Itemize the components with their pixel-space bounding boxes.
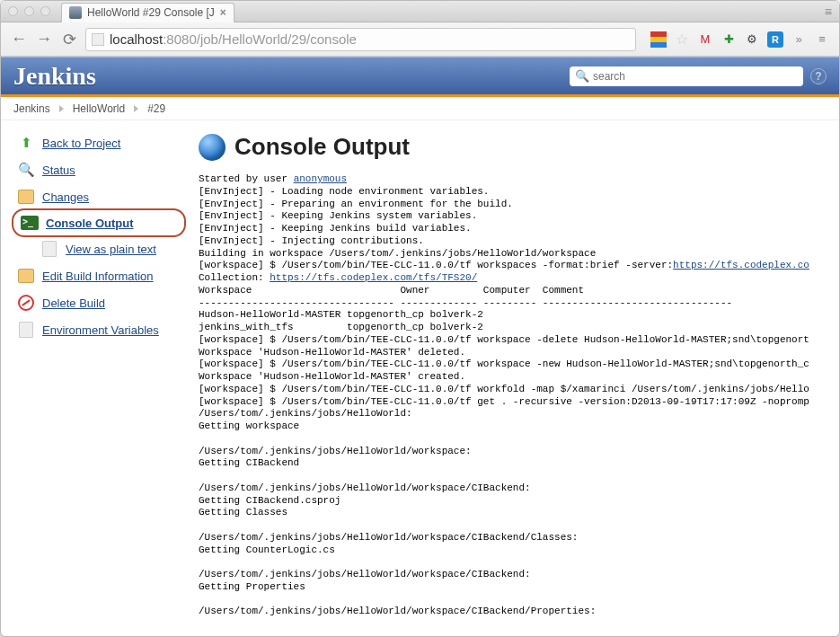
reload-button[interactable]: ⟳ (60, 30, 78, 49)
build-status-ball-icon (199, 134, 225, 161)
sidebar-label[interactable]: Delete Build (42, 296, 105, 310)
notes-icon (18, 269, 34, 283)
page-heading: Console Output (234, 133, 410, 161)
sidebar-label[interactable]: View as plain text (66, 243, 156, 256)
address-path: :8080/job/HelloWorld/29/console (163, 31, 357, 47)
sidebar-item-status[interactable]: 🔍 Status (13, 156, 184, 183)
r-extension-icon[interactable]: R (767, 31, 783, 48)
search-input[interactable] (593, 70, 798, 83)
main-content: Console Output Started by user anonymous… (190, 120, 839, 637)
crumb-project[interactable]: HelloWorld (73, 102, 125, 115)
extension-icons: ☆ M ✚ ⚙ R » ≡ (643, 31, 830, 48)
gmail-extension-icon[interactable]: M (697, 31, 713, 48)
console-block: Workspace Owner Computer Comment -------… (199, 285, 809, 617)
document-icon (42, 241, 57, 257)
back-button[interactable]: ← (10, 30, 28, 49)
sidebar-item-delete-build[interactable]: Delete Build (13, 289, 184, 316)
search-icon: 🔍 (575, 69, 589, 84)
console-output: Started by user anonymous [EnvInject] - … (199, 173, 839, 618)
jenkins-logo[interactable]: Jenkins (13, 62, 96, 91)
terminal-icon (21, 216, 39, 230)
chevron-right-icon (134, 105, 138, 112)
delete-icon (18, 295, 34, 311)
page-favicon-icon (92, 33, 104, 46)
console-line: Started by user (199, 173, 294, 184)
document-icon (19, 322, 33, 338)
flag-extension-icon[interactable] (650, 31, 667, 48)
plugin-extension-icon[interactable]: ✚ (721, 31, 737, 48)
notes-icon (18, 190, 34, 204)
close-window-icon[interactable] (8, 6, 18, 16)
tab-close-icon[interactable]: × (220, 6, 226, 19)
page-title: Console Output (199, 133, 839, 161)
sidebar-item-changes[interactable]: Changes (13, 183, 184, 210)
console-block: [EnvInject] - Loading node environment v… (199, 186, 673, 271)
crumb-jenkins[interactable]: Jenkins (13, 102, 50, 115)
window-traffic-lights[interactable] (8, 6, 50, 16)
forward-button[interactable]: → (35, 30, 53, 49)
crumb-build[interactable]: #29 (147, 102, 165, 115)
jenkins-favicon-icon (69, 6, 82, 19)
console-line: Collection: (199, 272, 270, 283)
sidebar-label[interactable]: Console Output (46, 217, 134, 230)
sidebar-item-back[interactable]: ⬆ Back to Project (13, 129, 184, 156)
help-icon[interactable]: ? (810, 68, 827, 84)
address-host: localhost (110, 31, 163, 47)
tfs-link-1[interactable]: https://tfs.codeplex.co (673, 260, 809, 270)
breadcrumb: Jenkins HelloWorld #29 (1, 97, 839, 120)
bookmark-icon[interactable]: ☆ (674, 31, 690, 48)
chevron-right-icon[interactable]: » (791, 31, 807, 48)
address-bar[interactable]: localhost:8080/job/HelloWorld/29/console (85, 28, 636, 51)
sidebar-label[interactable]: Edit Build Information (42, 270, 154, 283)
sidebar-label[interactable]: Changes (42, 190, 89, 204)
search-box[interactable]: 🔍 (570, 66, 803, 86)
chevron-right-icon (59, 105, 64, 112)
zoom-window-icon[interactable] (40, 6, 50, 16)
browser-toolbar: ← → ⟳ localhost:8080/job/HelloWorld/29/c… (1, 22, 839, 57)
tab-title: HelloWorld #29 Console [J (87, 6, 215, 19)
sidebar-item-plain-text[interactable]: View as plain text (13, 235, 184, 262)
tfs-link-2[interactable]: https://tfs.codeplex.com/tfs/TFS20/ (270, 272, 477, 283)
sidebar-item-env-vars[interactable]: Environment Variables (13, 316, 184, 343)
browser-menu-icon[interactable]: ≡ (825, 4, 832, 19)
settings-icon[interactable]: ⚙ (744, 31, 760, 48)
window-titlebar: HelloWorld #29 Console [J × ≡ (1, 1, 839, 22)
sidebar: ⬆ Back to Project 🔍 Status Changes Conso… (1, 120, 190, 637)
sidebar-label[interactable]: Environment Variables (42, 323, 159, 337)
menu-icon[interactable]: ≡ (814, 31, 830, 48)
sidebar-label[interactable]: Back to Project (42, 137, 120, 150)
sidebar-item-console-output[interactable]: Console Output (13, 210, 184, 235)
sidebar-label[interactable]: Status (42, 164, 75, 177)
jenkins-header: Jenkins 🔍 ? (1, 57, 839, 94)
sidebar-item-edit-build[interactable]: Edit Build Information (13, 262, 184, 289)
magnifier-icon: 🔍 (17, 161, 35, 179)
minimize-window-icon[interactable] (24, 6, 34, 16)
arrow-up-icon: ⬆ (17, 134, 35, 152)
browser-tab[interactable]: HelloWorld #29 Console [J × (61, 3, 234, 22)
started-user-link[interactable]: anonymous (294, 173, 347, 184)
